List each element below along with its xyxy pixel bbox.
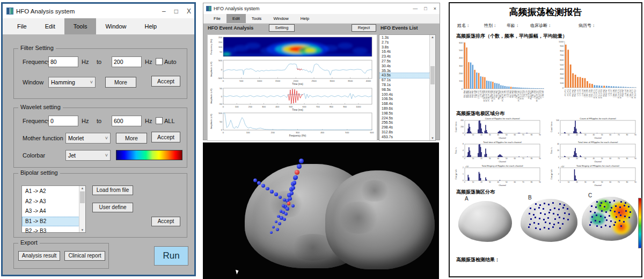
bipolar-accept-button[interactable]: Accept bbox=[151, 217, 180, 226]
window-label: Window bbox=[23, 79, 43, 85]
scroll-thumb[interactable] bbox=[80, 191, 85, 203]
scroll-down-icon[interactable]: ▼ bbox=[79, 228, 85, 232]
event-list-item[interactable]: 67.1s bbox=[379, 78, 430, 83]
user-define-button[interactable]: User define bbox=[92, 203, 133, 212]
colorbar-select[interactable]: Jet ˅ bbox=[65, 150, 111, 161]
wavelet-accept-button[interactable]: Accept bbox=[151, 132, 180, 142]
event-list-item[interactable]: 23.4s bbox=[379, 54, 430, 59]
scroll-down-icon[interactable]: ▼ bbox=[430, 137, 435, 140]
bipolar-scrollbar[interactable]: ▲ ▼ bbox=[79, 186, 85, 232]
electrode-grid-dot bbox=[550, 209, 551, 211]
analysis-result-button[interactable]: Analysis result bbox=[18, 251, 60, 261]
setting-button[interactable]: Setting bbox=[269, 24, 295, 32]
clinical-report-button[interactable]: Clinical report bbox=[64, 251, 105, 261]
brain-3d-viewport[interactable] bbox=[203, 142, 439, 279]
event-list-item[interactable]: 35.3s bbox=[379, 69, 430, 74]
titlebar[interactable]: HFO Analysis system — □ × bbox=[203, 3, 440, 14]
maximize-icon[interactable]: □ bbox=[174, 8, 178, 15]
svg-text:Channel: Channel bbox=[499, 161, 506, 163]
window-select[interactable]: Hamming ˅ bbox=[48, 77, 96, 88]
minimize-icon[interactable]: — bbox=[413, 6, 418, 11]
svg-text:30: 30 bbox=[584, 158, 587, 160]
menu-item-file[interactable]: File bbox=[208, 14, 226, 23]
event-list-item[interactable]: 312.8s bbox=[379, 130, 430, 135]
scroll-thumb[interactable] bbox=[430, 66, 435, 84]
electrode-grid-dot bbox=[611, 207, 612, 209]
wavelet-more-button[interactable]: More bbox=[116, 133, 147, 144]
svg-text:70: 70 bbox=[618, 134, 620, 136]
svg-text:LH5-LH6: LH5-LH6 bbox=[608, 89, 610, 96]
svg-text:500: 500 bbox=[289, 105, 293, 108]
event-list-item[interactable]: 98.5s bbox=[379, 88, 430, 92]
window-title: HFO Analysis system bbox=[16, 8, 75, 15]
event-list-item[interactable]: 2.7s bbox=[379, 40, 430, 45]
minimize-icon[interactable]: – bbox=[162, 8, 166, 15]
hfo-events-listbox[interactable]: 1.3s2.7s3.8s16.4s23.4s27.5s30.4s35.3s43.… bbox=[379, 34, 436, 141]
menu-item-tools[interactable]: Tools bbox=[64, 18, 97, 34]
ranking-chart-left: 0100200300400500600PM1-PM4PM1-PM2PM5-PM6… bbox=[453, 39, 547, 108]
event-list-item[interactable]: 256.5s bbox=[379, 120, 430, 125]
close-icon[interactable]: X bbox=[187, 8, 191, 15]
menu-item-tools[interactable]: Tools bbox=[246, 14, 268, 23]
svg-text:900: 900 bbox=[343, 105, 347, 108]
filter-accept-button[interactable]: Accept bbox=[151, 76, 180, 87]
reject-button[interactable]: Reject bbox=[352, 24, 376, 32]
menu-item-edit[interactable]: Edit bbox=[226, 14, 246, 23]
event-list-item[interactable]: 168.4s bbox=[379, 102, 430, 106]
event-list-item[interactable]: 78.1s bbox=[379, 83, 430, 88]
scroll-up-icon[interactable]: ▲ bbox=[430, 35, 435, 39]
menu-item-window[interactable]: Window bbox=[267, 14, 294, 23]
event-list-item[interactable]: 198.5s bbox=[379, 111, 430, 116]
maximize-icon[interactable]: □ bbox=[424, 6, 427, 11]
menu-item-edit[interactable]: Edit bbox=[36, 18, 64, 34]
bipolar-list-item[interactable]: B2 -> B3 bbox=[22, 226, 79, 237]
filter-freq-from-input[interactable] bbox=[48, 56, 78, 67]
bipolar-list-item[interactable]: A3 -> A4 bbox=[22, 206, 79, 217]
titlebar[interactable]: HFO Analysis system – □ X bbox=[3, 4, 194, 18]
event-list-item[interactable]: 30.4s bbox=[379, 64, 430, 69]
event-list-item[interactable]: 298.4s bbox=[379, 125, 430, 130]
menu-item-help[interactable]: Help bbox=[136, 18, 166, 34]
electrode-grid-dot bbox=[530, 218, 532, 220]
electrode-dot-blue bbox=[270, 231, 273, 234]
svg-text:20: 20 bbox=[480, 158, 482, 160]
close-icon[interactable]: × bbox=[434, 6, 436, 11]
bipolar-list-item[interactable]: A2 -> A3 bbox=[22, 197, 79, 207]
electrode-grid-dot bbox=[610, 220, 612, 222]
menu-item-window[interactable]: Window bbox=[96, 18, 135, 34]
event-list-item[interactable]: 453.7s bbox=[379, 135, 430, 140]
event-list-item[interactable]: 189.6s bbox=[379, 106, 430, 111]
event-list-item[interactable]: 27.5s bbox=[379, 59, 430, 64]
wavelet-freq-from-input[interactable] bbox=[48, 116, 78, 126]
scroll-up-icon[interactable]: ▲ bbox=[79, 187, 85, 190]
event-list-item[interactable]: 106.5s bbox=[379, 97, 430, 102]
events-scrollbar[interactable]: ▲ ▼ bbox=[429, 35, 435, 140]
auto-checkbox[interactable] bbox=[156, 58, 163, 65]
brain-b-label: B bbox=[528, 195, 532, 201]
bipolar-list-item[interactable]: B1 -> B2 bbox=[22, 217, 79, 227]
filter-more-button[interactable]: More bbox=[105, 77, 136, 88]
menu-item-file[interactable]: File bbox=[8, 18, 36, 34]
svg-text:4: 4 bbox=[558, 167, 559, 169]
svg-text:60: 60 bbox=[514, 158, 516, 160]
electrode-grid-dot bbox=[609, 215, 610, 217]
run-button[interactable]: Run bbox=[154, 246, 188, 266]
svg-text:10: 10 bbox=[568, 134, 570, 136]
electrode-grid-dot bbox=[630, 211, 631, 213]
filter-freq-to-input[interactable] bbox=[112, 56, 142, 67]
svg-text:100: 100 bbox=[218, 112, 223, 115]
bipolar-list-item[interactable]: A1 -> A2 bbox=[22, 187, 79, 197]
all-checkbox[interactable] bbox=[156, 117, 163, 124]
bipolar-listbox[interactable]: A1 -> A2A2 -> A3A3 -> A4B1 -> B2B2 -> B3… bbox=[21, 185, 86, 233]
event-list-item[interactable]: 3.8s bbox=[379, 45, 430, 50]
event-list-item[interactable]: 100.4s bbox=[379, 92, 430, 97]
menu-item-help[interactable]: Help bbox=[295, 14, 315, 23]
mother-function-select[interactable]: Morlet ˅ bbox=[65, 133, 111, 144]
event-list-item[interactable]: 224.5s bbox=[379, 116, 430, 121]
wavelet-freq-to-input[interactable] bbox=[112, 116, 142, 126]
load-from-file-button[interactable]: Load from file bbox=[92, 185, 133, 195]
event-list-item[interactable]: 16.4s bbox=[379, 49, 430, 54]
event-list-item[interactable]: 43.5s bbox=[379, 73, 430, 78]
svg-text:50: 50 bbox=[219, 120, 222, 123]
event-list-item[interactable]: 1.3s bbox=[379, 35, 430, 40]
